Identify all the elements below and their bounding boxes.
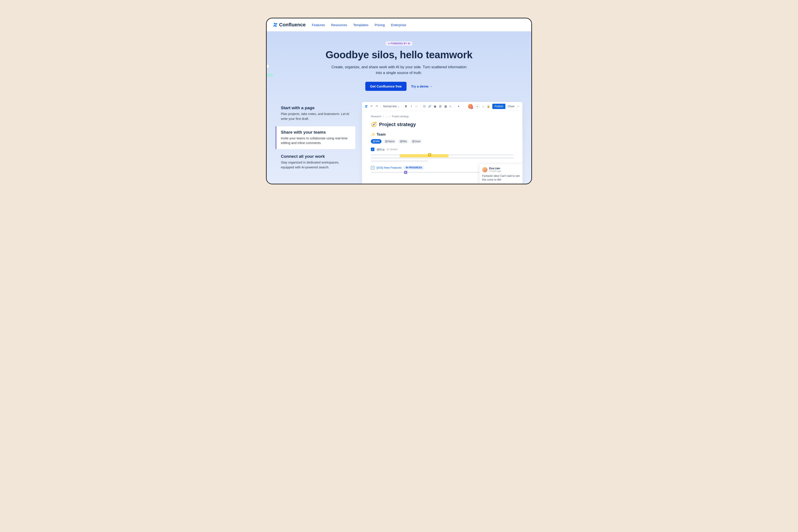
editor-toolbar: ↶ ↷ Normal text ⌄ B I ⋯ — [362, 102, 522, 111]
brand-name: Confluence — [279, 22, 306, 28]
nav-pricing[interactable]: Pricing — [375, 23, 385, 27]
confluence-logo[interactable]: Confluence — [273, 22, 306, 28]
nav-templates[interactable]: Templates — [353, 23, 368, 27]
feature-title: Share with your teams — [281, 130, 351, 135]
decor-pill — [266, 65, 269, 68]
browser-frame: Confluence Features Resources Templates … — [266, 18, 532, 184]
hero-section: ✦ POWERED BY AI Goodbye silos, hello tea… — [267, 32, 531, 184]
add-collaborator-button[interactable]: + — [475, 104, 480, 109]
sparkles-icon: ✨ — [371, 132, 375, 136]
mention-alana[interactable]: @Alana — [383, 139, 396, 144]
link-icon[interactable]: 🔗 — [428, 105, 431, 108]
placeholder-line — [371, 157, 514, 159]
toolbar-separator — [454, 104, 455, 108]
more-formatting-icon[interactable]: ⋯ — [415, 105, 418, 108]
insert-icon[interactable]: +⌄ — [449, 105, 452, 108]
ai-badge-text: POWERED BY AI — [391, 42, 410, 45]
feature-list: Start with a page Plan projects, take no… — [276, 102, 355, 175]
task-mention[interactable]: @Eva — [377, 148, 385, 151]
close-button[interactable]: Close — [507, 105, 515, 108]
italic-icon[interactable]: I — [410, 105, 413, 108]
image-icon[interactable]: ▣ — [433, 105, 437, 108]
task-row[interactable]: ✓ @Eva to review — [371, 148, 514, 151]
toolbar-separator — [381, 104, 381, 108]
content-placeholder: M — [371, 154, 514, 162]
document-title-text: Project strategy — [379, 122, 416, 128]
try-demo-link[interactable]: Try a demo → — [411, 84, 433, 88]
confluence-logo-icon — [273, 22, 278, 27]
feature-start-page[interactable]: Start with a page Plan projects, take no… — [276, 102, 355, 125]
feature-desc: Plan projects, take notes, and brainstor… — [281, 112, 351, 121]
compass-icon: 🧭 — [371, 122, 377, 128]
ai-badge: ✦ POWERED BY AI — [386, 41, 412, 46]
toolbar-separator — [402, 104, 402, 108]
chevron-down-icon: ⌄ — [397, 105, 400, 108]
get-free-button[interactable]: Get Confluence free — [365, 82, 407, 91]
checkbox-outline-icon[interactable]: ✓ — [371, 166, 374, 170]
task-note: to review — [387, 148, 397, 151]
text-style-select[interactable]: Normal text ⌄ — [383, 105, 400, 108]
team-heading-text: Team — [377, 133, 386, 136]
collaborator-avatar[interactable] — [468, 104, 473, 109]
collaborator-cursor-m: M — [428, 153, 431, 156]
comment-author: Eva Lien — [489, 167, 501, 170]
breadcrumb-root[interactable]: Research — [371, 115, 381, 118]
nav-enterprise[interactable]: Enterprise — [391, 23, 406, 27]
ai-sparkle-icon[interactable]: ✦ — [457, 105, 460, 108]
nav-features[interactable]: Features — [312, 23, 325, 27]
feature-title: Connect all your work — [281, 154, 351, 159]
confluence-mark-icon[interactable] — [365, 105, 368, 108]
more-actions-icon[interactable]: ⋯ — [517, 105, 520, 108]
editor-preview: ↶ ↷ Normal text ⌄ B I ⋯ — [362, 102, 522, 184]
decor-pill — [266, 74, 273, 77]
hero-title: Goodbye silos, hello teamwork — [319, 49, 479, 61]
mention-list: @Will @Alana @Mia @Jose — [371, 139, 514, 144]
breadcrumb: Research / ... / Project strategy — [371, 115, 514, 118]
nav-resources[interactable]: Resources — [331, 23, 347, 27]
bold-icon[interactable]: B — [404, 105, 407, 108]
hero-subtitle: Create, organize, and share work with AI… — [330, 64, 468, 76]
team-heading: ✨ Team — [371, 132, 514, 136]
breadcrumb-separator: / — [389, 115, 390, 118]
mention-icon[interactable]: @ — [439, 105, 442, 108]
mention-jose[interactable]: @Jose — [410, 139, 422, 144]
inline-comment[interactable]: Eva Lien 4 hours ago Fantastic idea! Can… — [480, 164, 522, 184]
mention-mia[interactable]: @Mia — [398, 139, 409, 144]
text-highlight — [400, 154, 448, 157]
subtask-label[interactable]: [iOS] New Features — [377, 166, 402, 169]
breadcrumb-leaf: Project strategy — [392, 115, 409, 118]
breadcrumb-mid[interactable]: ... — [386, 115, 388, 118]
status-pill: IN PROGRESS — [404, 166, 424, 170]
feature-title: Start with a page — [281, 106, 351, 110]
comment-body: Fantastic idea! Can't wait to see this c… — [482, 174, 521, 182]
feature-desc: Invite your teams to collaborate using r… — [281, 136, 351, 146]
top-nav: Confluence Features Resources Templates … — [267, 18, 531, 32]
feature-desc: Stay organized in dedicated workspaces, … — [281, 160, 351, 170]
search-icon[interactable]: ⌕ — [482, 105, 485, 108]
collaborator-cursor-d: D — [404, 171, 407, 174]
action-item-icon[interactable]: ☑ — [423, 105, 426, 108]
breadcrumb-separator: / — [383, 115, 384, 118]
document-title[interactable]: 🧭 Project strategy — [371, 122, 514, 128]
toolbar-separator — [420, 104, 421, 108]
mention-will[interactable]: @Will — [371, 139, 382, 144]
placeholder-line — [371, 160, 428, 162]
comment-avatar — [482, 167, 487, 172]
checkbox-checked-icon[interactable]: ✓ — [371, 148, 374, 151]
redo-icon[interactable]: ↷ — [375, 105, 378, 108]
table-icon[interactable]: ▦ — [444, 105, 447, 108]
comment-time: 4 hours ago — [489, 170, 501, 172]
sparkle-icon: ✦ — [388, 42, 390, 45]
restrictions-icon[interactable]: 🔒 — [487, 105, 490, 108]
text-style-label: Normal text — [383, 105, 396, 108]
feature-connect-work[interactable]: Connect all your work Stay organized in … — [276, 150, 355, 173]
editor-body: Research / ... / Project strategy 🧭 Proj… — [362, 111, 522, 184]
undo-icon[interactable]: ↶ — [370, 105, 373, 108]
publish-button[interactable]: Publish — [492, 104, 505, 109]
feature-share-teams[interactable]: Share with your teams Invite your teams … — [276, 126, 355, 149]
